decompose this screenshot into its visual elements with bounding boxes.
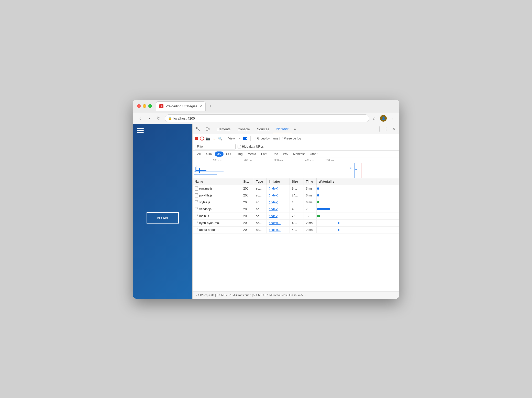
th-size[interactable]: Size	[290, 178, 304, 185]
group-by-frame-label[interactable]: Group by frame	[253, 137, 278, 140]
screenshot-button[interactable]: 📷	[205, 136, 210, 141]
devtools-separator	[379, 126, 380, 132]
type-tab-img[interactable]: Img	[235, 151, 245, 157]
new-tab-button[interactable]: +	[207, 102, 214, 110]
td-time: 6 ms	[304, 192, 317, 199]
td-size: 24...	[290, 192, 304, 199]
hide-data-urls-checkbox[interactable]	[238, 145, 241, 148]
td-waterfall	[317, 199, 399, 206]
file-icon	[195, 200, 198, 204]
user-avatar[interactable]: 👤	[380, 115, 387, 122]
hide-data-urls-label[interactable]: Hide data URLs	[238, 145, 264, 148]
td-type: sc...	[254, 199, 267, 206]
td-status: 200	[241, 192, 254, 199]
hamburger-line-2	[137, 130, 144, 131]
table-row[interactable]: main.js 200 sc... (index) 25... 12...	[193, 213, 399, 220]
preserve-log-checkbox[interactable]	[280, 137, 283, 140]
minimize-button[interactable]	[143, 104, 146, 108]
maximize-button[interactable]	[148, 104, 152, 108]
file-icon	[195, 228, 198, 232]
status-bar: 7 / 12 requests | 5.1 MB / 5.1 MB transf…	[193, 291, 399, 299]
file-icon	[195, 207, 198, 211]
td-time: 2 ms	[304, 220, 317, 226]
forward-button[interactable]: ›	[146, 116, 152, 121]
th-waterfall[interactable]: Waterfall	[317, 178, 399, 185]
type-tab-js[interactable]: JS	[215, 151, 224, 157]
type-tab-ws[interactable]: WS	[280, 151, 290, 157]
toolbar-sep-1	[225, 136, 225, 141]
td-time: 12...	[304, 213, 317, 219]
traffic-lights	[137, 104, 152, 108]
menu-icon[interactable]: ⋮	[391, 116, 395, 121]
device-toolbar-icon[interactable]	[204, 125, 211, 133]
td-initiator: (index)	[267, 185, 290, 192]
devtools-more-tabs[interactable]: »	[292, 127, 297, 131]
th-time[interactable]: Time	[304, 178, 317, 185]
td-type: sc...	[254, 220, 267, 226]
table-row[interactable]: vendor.js 200 sc... (index) 4.... 76...	[193, 206, 399, 213]
bookmark-icon[interactable]: ☆	[372, 116, 376, 121]
type-tab-other[interactable]: Other	[307, 151, 320, 157]
th-type[interactable]: Type	[254, 178, 267, 185]
td-size: 4....	[290, 206, 304, 213]
hamburger-menu[interactable]	[137, 128, 188, 133]
td-status: 200	[241, 220, 254, 226]
back-button[interactable]: ‹	[137, 116, 143, 121]
record-button[interactable]	[195, 137, 198, 140]
td-waterfall	[317, 220, 399, 226]
url-text: localhost:4200	[173, 116, 195, 120]
filter-input[interactable]	[195, 144, 236, 149]
reload-button[interactable]: ↻	[156, 115, 162, 121]
type-tab-doc[interactable]: Doc	[270, 151, 280, 157]
tab-console[interactable]: Console	[234, 125, 253, 133]
svg-rect-0	[196, 127, 198, 129]
waterfall-view-button[interactable]	[243, 136, 248, 141]
browser-actions: ☆ 👤 ⋮	[372, 115, 395, 122]
view-label: View:	[228, 137, 236, 140]
td-waterfall	[317, 227, 399, 233]
close-button[interactable]	[137, 104, 141, 108]
type-tab-css[interactable]: CSS	[224, 151, 235, 157]
table-row[interactable]: polyfills.js 200 sc... (index) 24... 6 m…	[193, 192, 399, 199]
td-name: runtime.js	[193, 185, 241, 192]
tab-sources[interactable]: Sources	[253, 125, 273, 133]
devtools-more-options[interactable]: ⋮	[383, 126, 389, 132]
lock-icon: 🔒	[168, 116, 172, 120]
table-row[interactable]: nyan-nyan-mo... 200 sc... bootstr... 4..…	[193, 220, 399, 227]
preserve-log-label[interactable]: Preserve log	[280, 137, 301, 140]
timeline-chart	[193, 163, 399, 178]
table-row[interactable]: runtime.js 200 sc... (index) 9.... 3 ms	[193, 185, 399, 192]
app-main: NYAN	[133, 137, 192, 299]
inspect-element-icon[interactable]	[195, 125, 202, 133]
tab-network[interactable]: Network	[273, 125, 292, 133]
td-initiator: (index)	[267, 213, 290, 219]
td-type: sc...	[254, 227, 267, 233]
list-view-button[interactable]: ≡	[237, 136, 242, 141]
browser-window: A Preloading Strategies ✕ + ‹ › ↻ 🔒 loca…	[133, 100, 399, 299]
tab-elements[interactable]: Elements	[213, 125, 234, 133]
filter-button[interactable]: ⬦	[212, 136, 217, 141]
table-row[interactable]: styles.js 200 sc... (index) 18... 6 ms	[193, 199, 399, 206]
td-status: 200	[241, 199, 254, 206]
url-bar[interactable]: 🔒 localhost:4200	[165, 114, 369, 122]
th-initiator[interactable]: Initiator	[267, 178, 290, 185]
clear-button[interactable]: 🚫	[199, 136, 204, 141]
th-name[interactable]: Name	[193, 178, 241, 185]
type-tab-xhr[interactable]: XHR	[203, 151, 215, 157]
search-button[interactable]: 🔍	[218, 136, 223, 141]
group-by-frame-checkbox[interactable]	[253, 137, 256, 140]
type-tab-font[interactable]: Font	[259, 151, 270, 157]
marker-200ms: 200 ms	[244, 159, 252, 162]
file-icon	[195, 221, 198, 225]
type-tab-manifest[interactable]: Manifest	[291, 151, 307, 157]
th-status[interactable]: St...	[241, 178, 254, 185]
active-tab[interactable]: A Preloading Strategies ✕	[156, 101, 206, 111]
devtools-close-button[interactable]: ✕	[390, 126, 397, 132]
nyan-button[interactable]: NYAN	[147, 212, 179, 224]
devtools-actions: ⋮ ✕	[383, 126, 397, 132]
table-row[interactable]: about-about-... 200 sc... bootstr... 5..…	[193, 227, 399, 233]
tab-close-button[interactable]: ✕	[199, 104, 202, 108]
type-tab-all[interactable]: All	[195, 151, 203, 157]
type-tab-media[interactable]: Media	[245, 151, 259, 157]
tab-bar: A Preloading Strategies ✕ +	[156, 101, 395, 111]
